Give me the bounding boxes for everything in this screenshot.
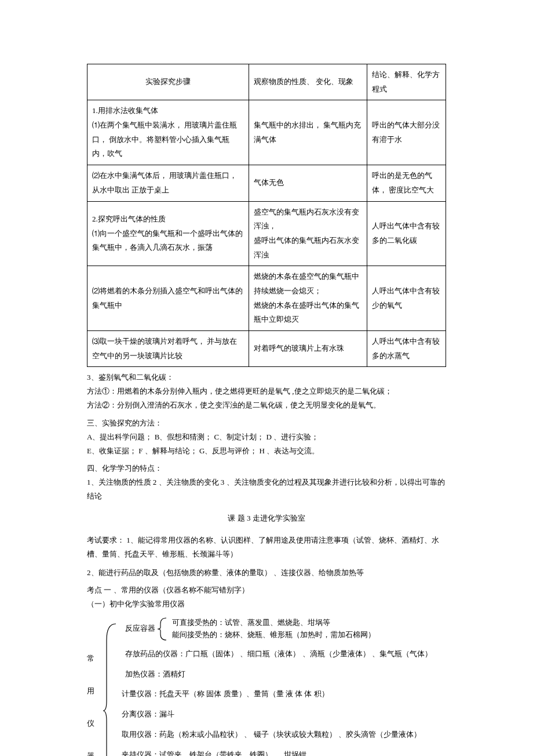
section-requirements: 考试要求： 1、能记得常用仪器的名称、认识图样、了解用途及使用请注意事项（试管、… — [87, 533, 446, 580]
label-char: 仪 — [87, 717, 98, 730]
table-row: 1.用排水法收集气体 ⑴在两个集气瓶中装满水， 用玻璃片盖住瓶口， 倒放水中。将… — [87, 100, 446, 165]
cell-observe: 气体无色 — [249, 165, 367, 201]
bracket-row: 分离仪器：漏斗 — [122, 707, 446, 722]
section-feature: 四、化学学习的特点： 1、关注物质的性质 2 、关注物质的变化 3 、关注物质变… — [87, 461, 446, 503]
bracket-content: 反应容器 可直接受热的：试管、蒸发皿、燃烧匙、坩埚等 能间接受热的：烧杯、烧瓶、… — [122, 617, 446, 756]
topic-title: 课 题 3 走进化学实验室 — [87, 511, 446, 525]
para: A、提出科学问题； B、假想和猜测； C、制定计划； D 、进行实验； — [87, 430, 446, 444]
para: E、收集证据； F 、解释与结论； G、反思与评价； H 、表达与交流。 — [87, 444, 446, 458]
cell-step: 2.探究呼出气体的性质 ⑴向一个盛空气的集气瓶和一个盛呼出气体的集气瓶中，各滴入… — [87, 201, 249, 266]
label-char: 用 — [87, 684, 98, 698]
table-row: ⑵在水中集满气体后， 用玻璃片盖住瓶口， 从水中取出 正放于桌上 气体无色 呼出… — [87, 165, 446, 201]
para: 2、能进行药品的取及（包括物质的称量、液体的量取） 、连接仪器、给物质加热等 — [87, 566, 446, 580]
sub-line: 能间接受热的：烧杯、烧瓶、锥形瓶（加热时，需加石棉网） — [172, 630, 375, 639]
cell-step: ⑵在水中集满气体后， 用玻璃片盖住瓶口， 从水中取出 正放于桌上 — [87, 165, 249, 201]
heading: 考点 一 、常用的仪器（仪器名称不能写错别字） — [87, 583, 446, 597]
para: 1、关注物质的性质 2 、关注物质的变化 3 、关注物质变化的过程及其现象并进行… — [87, 475, 446, 503]
sub-bracket-lines: 可直接受热的：试管、蒸发皿、燃烧匙、坩埚等 能间接受热的：烧杯、烧瓶、锥形瓶（加… — [172, 617, 375, 641]
instrument-bracket: 常 用 仪 器 反应容器 可直接受热的：试管、蒸发皿、燃烧匙、坩埚等 能间接受热… — [87, 617, 446, 756]
heading: 三、实验探究的方法： — [87, 416, 446, 430]
table-row: ⑵将燃着的木条分别插入盛空气和呼出气体的集气瓶中 燃烧的木条在盛空气的集气瓶中持… — [87, 266, 446, 331]
cell-conclusion: 人呼出气体中含有较多的水蒸气 — [367, 331, 446, 367]
th-steps: 实验探究步骤 — [87, 64, 249, 100]
cell-step: 1.用排水法收集气体 ⑴在两个集气瓶中装满水， 用玻璃片盖住瓶口， 倒放水中。将… — [87, 100, 249, 165]
small-brace-icon — [157, 617, 170, 641]
para: 3、鉴别氧气和二氧化碳： — [87, 370, 446, 384]
th-conclusion: 结论、解释、化学方程式 — [367, 64, 446, 100]
bracket-row: 夹持仪器：试管夹、铁架台（带铁夹、铁圈） 、 坩埚钳 — [122, 748, 446, 756]
cell-step: ⑶取一块干燥的玻璃片对着呼气， 并与放在空气中的另一块玻璃片比较 — [87, 331, 249, 367]
th-observe: 观察物质的性质、 变化、现象 — [249, 64, 367, 100]
label-char: 常 — [87, 652, 98, 666]
document-page: 实验探究步骤 观察物质的性质、 变化、现象 结论、解释、化学方程式 1.用排水法… — [0, 0, 533, 756]
bracket-row: 存放药品的仪器：广口瓶（固体） 、细口瓶（液体） 、滴瓶（少量液体） 、集气瓶（… — [122, 647, 446, 662]
cell-conclusion: 人呼出气体中含有较多的二氧化碳 — [367, 201, 446, 266]
bracket-row: 加热仪器：酒精灯 — [122, 667, 446, 682]
para: （一）初中化学实验常用仪器 — [87, 597, 446, 611]
cell-step: ⑵将燃着的木条分别插入盛空气和呼出气体的集气瓶中 — [87, 266, 249, 331]
experiment-table: 实验探究步骤 观察物质的性质、 变化、现象 结论、解释、化学方程式 1.用排水法… — [87, 64, 446, 367]
sub-line: 可直接受热的：试管、蒸发皿、燃烧匙、坩埚等 — [172, 618, 330, 627]
label-char: 器 — [87, 749, 98, 756]
bracket-row: 计量仪器：托盘天平（称 固体 质量）、量筒（量 液 体 体 积） — [122, 687, 446, 702]
table-row: ⑶取一块干燥的玻璃片对着呼气， 并与放在空气中的另一块玻璃片比较 对着呼气的玻璃… — [87, 331, 446, 367]
cell-observe: 燃烧的木条在盛空气的集气瓶中持续燃烧一会熄灭； 燃烧的木条在盛呼出气体的集气瓶中… — [249, 266, 367, 331]
cell-conclusion: 人呼出气体中含有较少的氧气 — [367, 266, 446, 331]
cell-observe: 盛空气的集气瓶内石灰水没有变浑浊， 盛呼出气体的集气瓶内石灰水变浑浊 — [249, 201, 367, 266]
heading: 四、化学学习的特点： — [87, 461, 446, 475]
large-brace-icon — [103, 623, 121, 756]
para: 考试要求： 1、能记得常用仪器的名称、认识图样、了解用途及使用请注意事项（试管、… — [87, 533, 446, 561]
para: 方法②：分别倒入澄清的石灰水，使之变浑浊的是二氧化碳，使之无明显变化的是氧气。 — [87, 398, 446, 412]
table-header-row: 实验探究步骤 观察物质的性质、 变化、现象 结论、解释、化学方程式 — [87, 64, 446, 100]
section-keypoint1: 考点 一 、常用的仪器（仪器名称不能写错别字） （一）初中化学实验常用仪器 — [87, 583, 446, 611]
cell-conclusion: 呼出的气体大部分没有溶于水 — [367, 100, 446, 165]
bracket-row-reaction: 反应容器 可直接受热的：试管、蒸发皿、燃烧匙、坩埚等 能间接受热的：烧杯、烧瓶、… — [122, 617, 446, 641]
para: 方法①：用燃着的木条分别伸入瓶内，使之燃得更旺的是氧气 ,使之立即熄灭的是二氧化… — [87, 384, 446, 398]
bracket-row: 取用仪器：药匙（粉末或小晶粒状） 、 镊子（块状或较大颗粒） 、胶头滴管（少量液… — [122, 728, 446, 742]
section-identify: 3、鉴别氧气和二氧化碳： 方法①：用燃着的木条分别伸入瓶内，使之燃得更旺的是氧气… — [87, 370, 446, 412]
row-label: 反应容器 — [122, 624, 155, 633]
section-method: 三、实验探究的方法： A、提出科学问题； B、假想和猜测； C、制定计划； D … — [87, 416, 446, 458]
cell-observe: 集气瓶中的水排出， 集气瓶内充满气体 — [249, 100, 367, 165]
cell-conclusion: 呼出的是无色的气体， 密度比空气大 — [367, 165, 446, 201]
cell-observe: 对着呼气的玻璃片上有水珠 — [249, 331, 367, 367]
table-row: 2.探究呼出气体的性质 ⑴向一个盛空气的集气瓶和一个盛呼出气体的集气瓶中，各滴入… — [87, 201, 446, 266]
bracket-vertical-label: 常 用 仪 器 — [87, 652, 98, 756]
